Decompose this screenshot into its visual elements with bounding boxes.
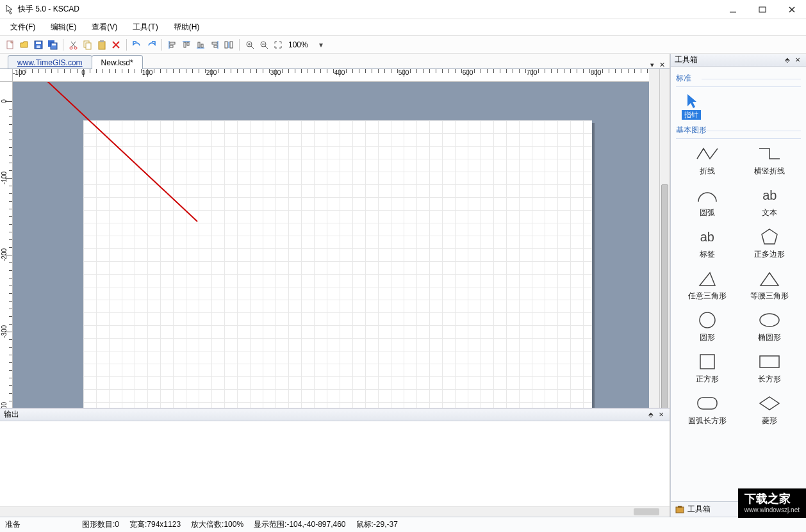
page[interactable] <box>83 120 592 408</box>
tool-circle-label: 圆形 <box>700 332 715 343</box>
svg-marker-46 <box>761 273 778 286</box>
copy-icon[interactable] <box>81 38 94 51</box>
tool-pointer[interactable]: 指针 <box>676 90 707 122</box>
toolbar: ▾ <box>0 36 806 54</box>
zoom-input[interactable] <box>286 40 318 49</box>
tab-timegis[interactable]: www.TimeGIS.com <box>8 55 92 69</box>
svg-rect-34 <box>230 42 233 48</box>
tool-label[interactable]: ab标签 <box>680 227 735 260</box>
redo-icon[interactable] <box>145 38 158 51</box>
ruler-corner <box>0 69 13 82</box>
align-bottom-icon[interactable] <box>194 38 207 51</box>
tool-roundrect[interactable]: 圆弧长方形 <box>680 394 735 426</box>
tool-polygon[interactable]: 正多边形 <box>743 227 798 260</box>
svg-line-37 <box>251 46 254 49</box>
close-button[interactable] <box>783 3 801 16</box>
zoom-out-icon[interactable] <box>258 38 270 51</box>
tool-tri-iso-label: 等腰三角形 <box>750 291 789 302</box>
toolbox-footer-label: 工具箱 <box>687 504 711 515</box>
save-all-icon[interactable] <box>46 38 59 51</box>
output-scrollbar[interactable] <box>0 506 670 517</box>
svg-rect-7 <box>37 45 40 48</box>
tab-close-icon[interactable]: ✕ <box>657 61 667 69</box>
vertical-scrollbar[interactable] <box>659 69 670 408</box>
zoom-dropdown-icon[interactable]: ▾ <box>319 40 323 49</box>
svg-marker-44 <box>762 229 777 244</box>
tool-tri-iso[interactable]: 等腰三角形 <box>743 269 798 302</box>
svg-rect-33 <box>225 42 227 48</box>
menu-tools[interactable]: 工具(T) <box>126 19 164 35</box>
svg-rect-16 <box>86 43 91 49</box>
svg-rect-31 <box>212 42 217 44</box>
svg-rect-26 <box>187 42 189 45</box>
tool-polyline[interactable]: 折线 <box>680 144 735 177</box>
document-tabbar: www.TimeGIS.com New.ksd* ▾ ✕ <box>0 54 670 69</box>
toolbox-footer-icon <box>675 504 685 515</box>
tool-hvpolyline[interactable]: 横竖折线 <box>743 144 798 177</box>
svg-point-47 <box>700 312 715 328</box>
output-panel: 输出 ⬘ ✕ <box>0 408 670 517</box>
svg-rect-1 <box>759 7 766 12</box>
tool-rect[interactable]: 长方形 <box>743 352 798 385</box>
tab-dropdown-icon[interactable]: ▾ <box>648 61 656 69</box>
open-file-icon[interactable] <box>18 38 31 51</box>
align-top-icon[interactable] <box>180 38 193 51</box>
tool-text[interactable]: ab文本 <box>743 186 798 218</box>
tool-ellipse[interactable]: 椭圆形 <box>743 310 798 343</box>
toolbox-close-icon[interactable]: ✕ <box>793 56 802 63</box>
align-left-icon[interactable] <box>166 38 179 51</box>
fit-icon[interactable] <box>272 38 284 51</box>
delete-icon[interactable] <box>110 38 122 51</box>
distribute-icon[interactable] <box>222 38 235 51</box>
new-file-icon[interactable] <box>4 38 17 51</box>
minimize-button[interactable] <box>724 3 742 16</box>
watermark-title: 下载之家 <box>744 492 800 506</box>
app-icon <box>5 4 14 15</box>
tool-label-label: 标签 <box>700 249 715 260</box>
tool-polyline-label: 折线 <box>700 166 715 177</box>
output-body[interactable] <box>0 421 670 506</box>
svg-rect-22 <box>170 42 175 44</box>
tool-arc-label: 圆弧 <box>700 207 715 218</box>
menu-file[interactable]: 文件(F) <box>4 19 42 35</box>
vertical-ruler: 0-100-200-300-400 <box>0 82 13 408</box>
statusbar: 准备 图形数目:0 宽高:794x1123 放大倍数:100% 显示范围:-10… <box>0 517 806 532</box>
tool-tri-any[interactable]: 任意三角形 <box>680 269 735 302</box>
svg-rect-10 <box>52 44 56 45</box>
align-right-icon[interactable] <box>208 38 221 51</box>
svg-rect-6 <box>36 42 41 44</box>
tool-text-label: 文本 <box>762 207 777 218</box>
tool-diamond[interactable]: 菱形 <box>743 394 798 426</box>
maximize-button[interactable] <box>753 3 771 16</box>
tool-square[interactable]: 正方形 <box>680 352 735 385</box>
status-ready: 准备 <box>5 519 21 530</box>
svg-point-48 <box>760 314 779 326</box>
zoom-in-icon[interactable] <box>243 38 256 51</box>
save-icon[interactable] <box>32 38 45 51</box>
menu-view[interactable]: 查看(V) <box>85 19 124 35</box>
svg-rect-51 <box>698 398 717 409</box>
undo-icon[interactable] <box>131 38 144 51</box>
menu-help[interactable]: 帮助(H) <box>167 19 206 35</box>
tool-roundrect-label: 圆弧长方形 <box>688 415 727 426</box>
tool-pointer-label: 指针 <box>682 110 701 120</box>
paste-icon[interactable] <box>95 38 108 51</box>
tool-circle[interactable]: 圆形 <box>680 310 735 343</box>
cut-icon[interactable] <box>67 38 80 51</box>
svg-rect-32 <box>214 45 217 47</box>
status-mouse: 鼠标:-29,-37 <box>356 519 398 530</box>
menu-edit[interactable]: 编辑(E) <box>44 19 83 35</box>
output-close-icon[interactable]: ✕ <box>657 411 666 418</box>
tab-newksd[interactable]: New.ksd* <box>92 55 143 69</box>
workspace[interactable] <box>13 82 649 408</box>
tool-rect-label: 长方形 <box>758 374 781 385</box>
tool-arc[interactable]: 圆弧 <box>680 186 735 218</box>
output-title: 输出 <box>4 409 646 420</box>
svg-rect-50 <box>760 356 779 367</box>
svg-rect-54 <box>678 506 682 508</box>
window-title: 快手 5.0 - KSCAD <box>18 4 724 15</box>
svg-rect-23 <box>170 45 173 47</box>
output-pin-icon[interactable]: ⬘ <box>646 411 655 418</box>
svg-rect-28 <box>198 42 200 47</box>
toolbox-pin-icon[interactable]: ⬘ <box>783 56 792 63</box>
